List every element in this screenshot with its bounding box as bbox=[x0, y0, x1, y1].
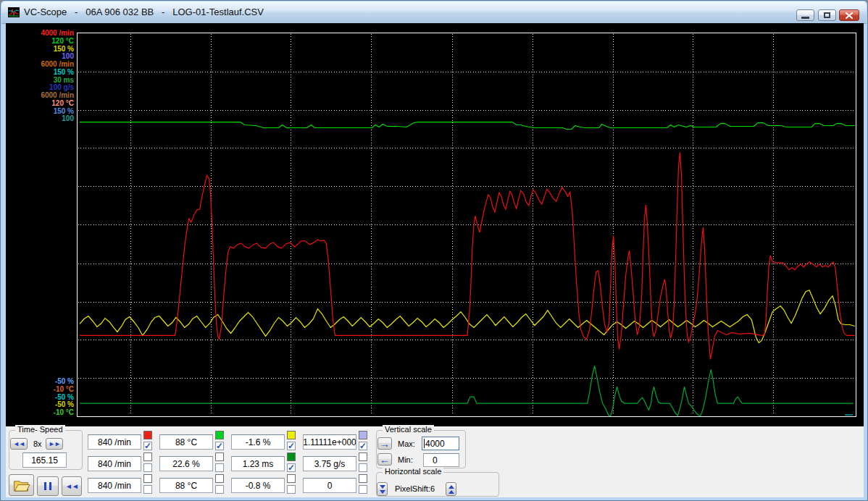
axis-label-top-5: 150 % bbox=[7, 68, 74, 76]
channel-color-swatch-c3-r1 bbox=[359, 452, 367, 461]
rewind-icon: ◄◄ bbox=[65, 483, 78, 489]
channel-value-c1-r1: 22.6 % bbox=[159, 456, 213, 471]
channel-color-swatch-c0-r2 bbox=[143, 474, 152, 483]
minimize-button[interactable] bbox=[796, 9, 814, 21]
min-input[interactable]: 0 bbox=[423, 453, 459, 467]
axis-label-top-9: 120 °C bbox=[7, 99, 74, 107]
axis-label-top-10: 150 % bbox=[7, 107, 74, 115]
maximize-icon bbox=[824, 12, 830, 18]
pixelshift-down-button[interactable] bbox=[377, 482, 388, 496]
channel-checkbox-c0-r2[interactable] bbox=[143, 485, 152, 494]
axis-label-bottom-4: -10 °C bbox=[7, 408, 74, 416]
double-up-arrow-icon bbox=[448, 485, 454, 489]
vertical-scale-label: Vertical scale bbox=[383, 425, 434, 434]
arrow-left-icon: ← bbox=[380, 455, 390, 465]
channel-color-swatch-c0-r1 bbox=[143, 452, 152, 461]
max-input[interactable]: 4000 bbox=[422, 437, 459, 450]
app-window: VC-Scope - 06A 906 032 BB - LOG-01-Testl… bbox=[0, 0, 868, 501]
axis-label-top-3: 100 bbox=[7, 52, 74, 60]
time-speed-label: Time- Speed bbox=[15, 425, 65, 434]
channel-value-c0-r1: 840 /min bbox=[88, 456, 141, 471]
channel-value-c1-r2: 88 °C bbox=[159, 478, 213, 493]
channel-checkbox-c1-r1[interactable] bbox=[215, 463, 224, 472]
channel-value-c2-r0: -1.6 % bbox=[231, 434, 285, 450]
channel-color-swatch-c3-r0 bbox=[359, 431, 367, 439]
channel-value-c3-r1: 3.75 g/s bbox=[303, 456, 356, 471]
maximize-button[interactable] bbox=[818, 9, 836, 21]
axis-label-top-8: 6000 /min bbox=[7, 91, 74, 99]
pixelshift-up-button[interactable] bbox=[446, 482, 456, 496]
titlebar[interactable]: VC-Scope - 06A 906 032 BB - LOG-01-Testl… bbox=[1, 1, 867, 24]
channel-checkbox-c0-r1[interactable] bbox=[143, 463, 152, 472]
close-button[interactable] bbox=[839, 9, 859, 21]
axis-label-top-4: 6000 /min bbox=[7, 60, 74, 68]
axis-label-top-2: 150 % bbox=[7, 45, 74, 53]
rewind-icon: ◄◄ bbox=[13, 441, 25, 447]
channel-value-c0-r2: 840 /min bbox=[88, 478, 141, 493]
channel-checkbox-c3-r0[interactable]: ✓ bbox=[359, 442, 367, 450]
pause-icon bbox=[44, 482, 46, 490]
minimize-icon bbox=[801, 17, 809, 19]
channel-color-swatch-c2-r2 bbox=[287, 474, 296, 483]
axis-label-top-0: 4000 /min bbox=[7, 29, 74, 37]
horizontal-scale-label: Horizontal scale bbox=[383, 467, 443, 476]
text-caret bbox=[424, 439, 425, 448]
axis-label-bottom-3: -50 % bbox=[7, 400, 74, 408]
channel-value-c1-r0: 88 °C bbox=[159, 434, 213, 450]
axis-label-top-11: 100 bbox=[7, 114, 74, 122]
axis-label-bottom-0: -50 % bbox=[7, 377, 74, 385]
channel-checkbox-c3-r2[interactable] bbox=[359, 485, 367, 494]
channel-color-swatch-c1-r0 bbox=[215, 431, 224, 439]
close-icon bbox=[846, 12, 853, 19]
channel-color-swatch-c0-r0 bbox=[143, 431, 152, 439]
app-icon bbox=[8, 7, 20, 18]
arrow-right-icon: → bbox=[380, 439, 390, 449]
rewind-button[interactable]: ◄◄ bbox=[62, 476, 82, 496]
pause-button[interactable] bbox=[37, 476, 59, 496]
channel-color-swatch-c2-r0 bbox=[287, 431, 296, 439]
channel-checkbox-c2-r0[interactable]: ✓ bbox=[287, 442, 296, 450]
channel-checkbox-c3-r1[interactable] bbox=[359, 463, 367, 472]
max-label: Max: bbox=[398, 439, 415, 448]
open-folder-icon bbox=[13, 479, 30, 492]
channel-checkbox-c2-r1[interactable]: ✓ bbox=[287, 463, 296, 472]
axis-label-top-7: 100 g/s bbox=[7, 83, 74, 91]
speed-up-button[interactable]: ►► bbox=[46, 438, 63, 450]
channel-checkbox-c2-r2[interactable] bbox=[287, 485, 296, 494]
time-position-value: 165.15 bbox=[31, 455, 58, 466]
pixelshift-label: PixelShift:6 bbox=[395, 484, 435, 493]
channel-value-c0-r0: 840 /min bbox=[88, 434, 141, 450]
trace-red bbox=[80, 152, 855, 359]
channel-checkbox-c1-r0[interactable]: ✓ bbox=[215, 442, 224, 450]
channel-color-swatch-c3-r2 bbox=[359, 474, 367, 483]
channel-color-swatch-c2-r1 bbox=[287, 452, 296, 461]
axis-label-bottom-1: -10 °C bbox=[7, 385, 74, 393]
plot-area bbox=[77, 33, 856, 417]
speed-down-button[interactable]: ◄◄ bbox=[10, 438, 28, 450]
control-panel: Time- Speed ◄◄ 8x ►► 165.15 bbox=[6, 426, 864, 497]
axis-label-top-1: 120 °C bbox=[7, 37, 74, 45]
channel-checkbox-c1-r2[interactable] bbox=[215, 485, 224, 494]
channel-value-c2-r2: -0.8 % bbox=[231, 478, 285, 493]
scale-min-apply-button[interactable]: ← bbox=[377, 453, 392, 466]
scope-chart bbox=[78, 33, 856, 416]
min-label: Min: bbox=[398, 455, 413, 464]
channel-value-c3-r2: 0 bbox=[303, 478, 356, 493]
trace-green-lower bbox=[80, 366, 854, 416]
speed-value: 8x bbox=[33, 439, 42, 448]
channel-value-c3-r0: 1.11111e+000 bbox=[303, 434, 356, 450]
axis-label-bottom-2: -50 % bbox=[7, 393, 74, 401]
channel-checkbox-c0-r0[interactable]: ✓ bbox=[143, 442, 152, 450]
time-position-input[interactable]: 165.15 bbox=[22, 452, 67, 468]
scale-max-apply-button[interactable]: → bbox=[377, 437, 392, 450]
axis-label-top-6: 30 ms bbox=[7, 76, 74, 84]
min-value: 0 bbox=[433, 455, 438, 466]
trace-green-upper bbox=[80, 122, 855, 130]
channel-color-swatch-c1-r2 bbox=[215, 474, 224, 483]
max-value: 4000 bbox=[425, 439, 445, 449]
double-down-arrow-icon bbox=[380, 485, 385, 489]
fast-forward-icon: ►► bbox=[49, 441, 60, 447]
channel-value-c2-r1: 1.23 ms bbox=[231, 456, 285, 471]
channel-color-swatch-c1-r1 bbox=[215, 452, 224, 461]
open-file-button[interactable] bbox=[9, 474, 34, 496]
